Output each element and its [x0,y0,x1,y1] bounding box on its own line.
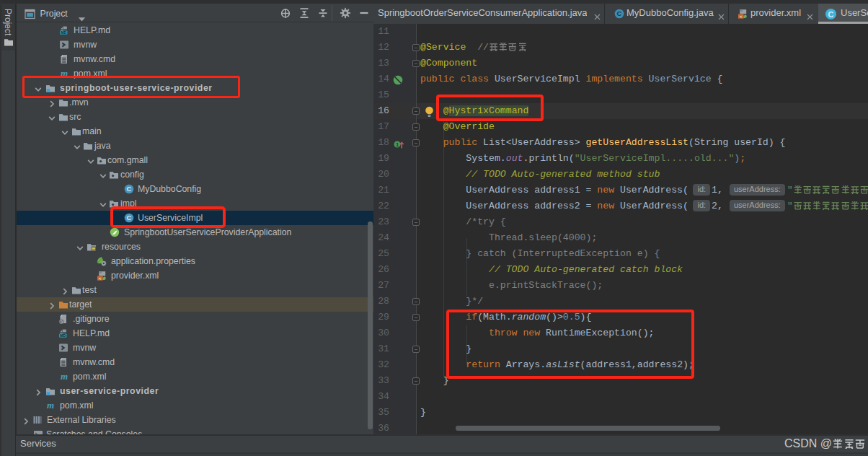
svg-text:<: < [99,276,101,281]
svg-text:C: C [617,9,622,17]
svg-text:MD: MD [60,333,66,338]
svg-text:C: C [127,185,132,193]
svg-text:1: 1 [396,141,399,148]
svg-text:MD: MD [61,30,66,35]
svg-text:m: m [47,400,54,411]
svg-text:C: C [828,10,834,19]
svg-text:<: < [740,14,742,19]
svg-text:m: m [61,372,68,382]
